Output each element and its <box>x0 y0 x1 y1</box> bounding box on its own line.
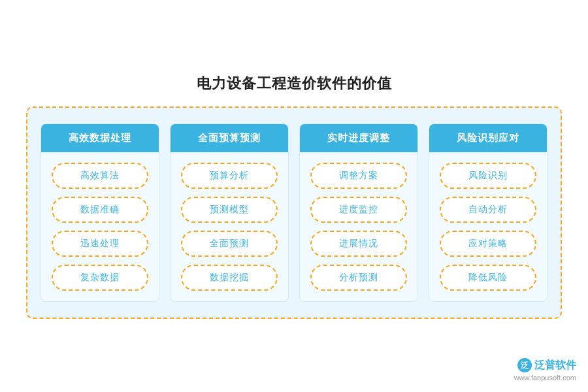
column-col1: 高效数据处理高效算法数据准确迅速处理复杂数据 <box>41 123 159 302</box>
watermark-logo: 泛 泛普软件 <box>517 358 576 372</box>
column-header-col3: 实时进度调整 <box>300 124 417 152</box>
item-box-col1-0: 高效算法 <box>52 163 148 189</box>
watermark: 泛 泛普软件 www.fanpusoft.com <box>514 358 576 382</box>
watermark-logo-text: 泛普软件 <box>534 359 576 372</box>
columns-wrapper: 高效数据处理高效算法数据准确迅速处理复杂数据全面预算预测预算分析预测模型全面预测… <box>41 123 547 302</box>
column-col4: 风险识别应对风险识别自动分析应对策略降低风险 <box>429 123 547 302</box>
item-box-col3-1: 进度监控 <box>310 197 407 223</box>
main-container: 高效数据处理高效算法数据准确迅速处理复杂数据全面预算预测预算分析预测模型全面预测… <box>26 106 562 319</box>
item-box-col3-2: 进展情况 <box>310 231 407 257</box>
item-box-col2-1: 预测模型 <box>181 197 278 223</box>
item-box-col4-0: 风险识别 <box>440 163 536 189</box>
logo-icon: 泛 <box>517 358 532 372</box>
item-box-col1-3: 复杂数据 <box>52 265 148 291</box>
item-box-col2-2: 全面预测 <box>181 231 278 257</box>
item-box-col1-1: 数据准确 <box>52 197 148 223</box>
item-box-col2-0: 预算分析 <box>181 163 278 189</box>
column-header-col1: 高效数据处理 <box>41 124 159 152</box>
item-box-col4-1: 自动分析 <box>440 197 536 223</box>
item-box-col3-0: 调整方案 <box>310 163 407 189</box>
column-col2: 全面预算预测预算分析预测模型全面预测数据挖掘 <box>170 123 289 302</box>
column-col3: 实时进度调整调整方案进度监控进展情况分析预测 <box>299 123 418 302</box>
item-box-col4-2: 应对策略 <box>440 231 536 257</box>
column-header-col2: 全面预算预测 <box>171 124 288 152</box>
column-header-col4: 风险识别应对 <box>429 124 547 152</box>
item-box-col3-3: 分析预测 <box>310 265 407 291</box>
page-title: 电力设备工程造价软件的价值 <box>197 74 392 93</box>
item-box-col2-3: 数据挖掘 <box>181 265 278 291</box>
watermark-url: www.fanpusoft.com <box>514 374 576 382</box>
item-box-col1-2: 迅速处理 <box>52 231 148 257</box>
item-box-col4-3: 降低风险 <box>440 265 536 291</box>
